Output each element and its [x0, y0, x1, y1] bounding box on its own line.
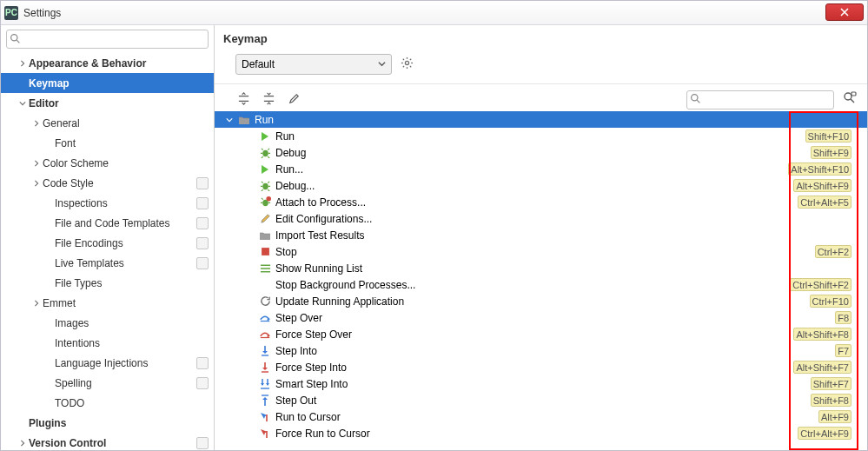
app-icon: PC — [4, 6, 18, 20]
keymap-action-label: Step Into — [275, 345, 867, 357]
sidebar-item[interactable]: Color Scheme — [1, 153, 214, 173]
sidebar-item[interactable]: Editor — [1, 93, 214, 113]
sidebar-item[interactable]: Font — [1, 133, 214, 153]
keymap-action-row[interactable]: Import Test Results — [215, 227, 867, 243]
sidebar-item-label: Code Style — [43, 177, 196, 189]
expand-all-button[interactable] — [235, 90, 252, 109]
stop-icon — [258, 245, 272, 259]
sidebar-item[interactable]: TODO — [1, 393, 214, 413]
sidebar-item-label: Keymap — [29, 77, 214, 90]
scheme-settings-button[interactable] — [399, 55, 415, 74]
keymap-action-label: Debug — [275, 147, 867, 159]
sidebar-item[interactable]: Plugins — [1, 413, 214, 433]
keymap-action-row[interactable]: Step OutShift+F8 — [215, 392, 867, 408]
close-icon — [840, 8, 849, 17]
sidebar-item[interactable]: Language Injections — [1, 353, 214, 373]
collapse-all-button[interactable] — [261, 90, 277, 109]
expand-icon — [237, 92, 250, 105]
keymap-action-row[interactable]: Stop Background Processes...Ctrl+Shift+F… — [215, 276, 867, 293]
keymap-action-row[interactable]: Debug...Alt+Shift+F9 — [215, 177, 867, 194]
keymap-action-row[interactable]: Run to CursorAlt+F9 — [215, 408, 867, 425]
keymap-action-row[interactable]: Step IntoF7 — [215, 342, 867, 359]
sidebar-item[interactable]: Code Style — [1, 173, 214, 193]
sidebar-item[interactable]: Images — [1, 313, 214, 333]
sidebar-item-label: File Types — [55, 277, 214, 289]
bug-green-icon — [258, 146, 272, 160]
sidebar-item[interactable]: File and Code Templates — [1, 213, 214, 233]
keymap-action-row[interactable]: Force Step IntoAlt+Shift+F7 — [215, 359, 867, 375]
sidebar-item[interactable]: Intentions — [1, 333, 214, 353]
keymap-action-label: Smart Step Into — [275, 378, 867, 390]
svg-point-13 — [845, 93, 851, 100]
keymap-action-row[interactable]: Step OverF8 — [215, 309, 867, 326]
keymap-action-row[interactable]: Show Running List — [215, 260, 867, 276]
keymap-action-row[interactable]: RunShift+F10 — [215, 128, 867, 144]
keymap-action-row[interactable]: DebugShift+F9 — [215, 144, 867, 161]
step-smart-icon — [258, 377, 272, 391]
keymap-shortcut-badge: Alt+Shift+F10 — [788, 162, 851, 176]
keymap-action-label: Run to Cursor — [275, 411, 867, 423]
pencil-icon — [258, 212, 272, 226]
keymap-action-label: Stop — [275, 246, 867, 258]
keymap-shortcut-badge: Alt+Shift+F9 — [793, 179, 851, 192]
keymap-action-row[interactable]: Smart Step IntoShift+F7 — [215, 375, 867, 392]
pencil-icon — [288, 92, 301, 105]
keymap-action-row[interactable]: Attach to Process...Ctrl+Alt+F5 — [215, 194, 867, 210]
sidebar-item-label: General — [43, 117, 214, 129]
scheme-row: Default — [215, 49, 867, 84]
svg-line-14 — [851, 99, 854, 103]
keymap-scheme-select[interactable]: Default — [235, 54, 392, 75]
sidebar-item[interactable]: General — [1, 113, 214, 133]
chevron-right-icon — [30, 180, 43, 187]
sidebar-item[interactable]: Live Templates — [1, 253, 214, 273]
close-button[interactable] — [825, 3, 864, 21]
sidebar-item[interactable]: File Types — [1, 273, 214, 293]
keymap-action-row[interactable]: Force Run to CursorCtrl+Alt+F9 — [215, 425, 867, 441]
sidebar-search-input[interactable] — [6, 30, 209, 49]
sidebar-item[interactable]: Spelling — [1, 373, 214, 393]
sidebar-item[interactable]: File Encodings — [1, 233, 214, 253]
sidebar-item-label: Inspections — [55, 197, 196, 209]
sidebar-item-label: Color Scheme — [43, 157, 214, 169]
project-badge-icon — [196, 357, 209, 369]
find-shortcut-icon — [843, 91, 857, 105]
keymap-action-row[interactable]: Edit Configurations... — [215, 210, 867, 227]
keymap-action-row[interactable]: StopCtrl+F2 — [215, 243, 867, 260]
keymap-category-row[interactable]: Run — [215, 111, 867, 128]
folder-icon — [258, 229, 272, 242]
project-badge-icon — [196, 377, 209, 389]
keymap-category-label: Run — [255, 114, 867, 126]
main-panel: Keymap Default — [215, 25, 867, 450]
step-over-blue-icon — [258, 311, 272, 325]
keymap-action-label: Update Running Application — [275, 295, 867, 308]
keymap-list[interactable]: RunRunShift+F10DebugShift+F9Run...Alt+Sh… — [215, 111, 867, 450]
keymap-action-row[interactable]: Run...Alt+Shift+F10 — [215, 161, 867, 177]
keymap-action-row[interactable]: Update Running ApplicationCtrl+F10 — [215, 293, 867, 309]
keymap-shortcut-badge: Shift+F10 — [805, 129, 851, 143]
sidebar-item[interactable]: Version Control — [1, 433, 214, 450]
edit-shortcut-button[interactable] — [286, 90, 302, 109]
svg-point-16 — [262, 150, 268, 156]
bug-green-icon — [258, 179, 272, 193]
folder-icon — [237, 113, 251, 127]
sidebar-item[interactable]: Emmet — [1, 293, 214, 313]
chevron-down-icon — [378, 58, 386, 70]
sidebar-item-label: Editor — [29, 97, 214, 109]
find-by-shortcut-button[interactable] — [841, 90, 858, 109]
svg-line-10 — [410, 59, 411, 60]
sidebar-item-label: TODO — [55, 397, 214, 409]
sidebar-item-label: Intentions — [55, 337, 214, 349]
sidebar-item-label: Language Injections — [55, 357, 196, 369]
sidebar-item[interactable]: Inspections — [1, 193, 214, 213]
sidebar-item[interactable]: Keymap — [1, 73, 214, 93]
settings-tree[interactable]: Appearance & BehaviorKeymapEditorGeneral… — [1, 53, 214, 450]
keymap-search-input[interactable] — [686, 90, 834, 109]
keymap-action-label: Step Over — [275, 312, 867, 324]
keymap-action-row[interactable]: Force Step OverAlt+Shift+F8 — [215, 326, 867, 342]
sidebar-item-label: Version Control — [29, 437, 196, 449]
project-badge-icon — [196, 257, 209, 269]
chevron-down-icon — [223, 114, 235, 126]
svg-point-2 — [405, 61, 408, 64]
keymap-action-label: Stop Background Processes... — [275, 279, 867, 291]
sidebar-item[interactable]: Appearance & Behavior — [1, 53, 214, 73]
